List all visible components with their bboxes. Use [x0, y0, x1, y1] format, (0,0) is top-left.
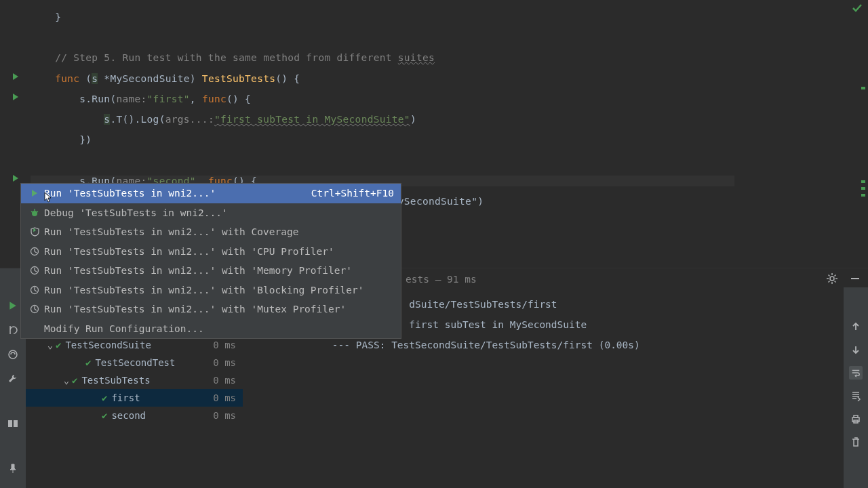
run-gutter-icon[interactable] [0, 66, 31, 87]
test-name: second [111, 410, 146, 421]
chevron-down-icon[interactable]: ⌄ [45, 340, 56, 350]
stop-icon[interactable] [6, 348, 20, 361]
menu-item-label: Run 'TestSubTests in wni2...' [44, 188, 311, 199]
test-name: TestSubTests [81, 375, 150, 386]
svg-line-2 [31, 211, 33, 212]
trash-icon[interactable] [849, 435, 863, 449]
chevron-down-icon[interactable]: ⌄ [61, 375, 72, 386]
print-icon[interactable] [849, 412, 863, 426]
test-summary: ests – 91 ms [406, 274, 477, 285]
svg-rect-22 [854, 415, 858, 418]
minimize-icon[interactable] [850, 274, 860, 285]
wrench-icon[interactable] [6, 372, 20, 386]
profiler-icon [28, 285, 41, 295]
down-icon[interactable] [849, 343, 863, 357]
menu-item-label: Run 'TestSubTests in wni2...' with Cover… [44, 226, 394, 237]
svg-line-15 [35, 309, 37, 310]
settings-icon[interactable] [826, 272, 838, 287]
svg-rect-18 [14, 420, 18, 427]
menu-item-label: Run 'TestSubTests in wni2...' with 'CPU … [44, 246, 394, 257]
profiler-icon [28, 304, 41, 314]
svg-point-16 [9, 350, 17, 359]
test-node[interactable]: ✔ TestSecondTest 0 ms [26, 354, 243, 371]
scroll-icon[interactable] [849, 389, 863, 403]
test-time: 0 ms [213, 410, 243, 421]
toggle-icon[interactable] [6, 323, 20, 337]
pass-icon: ✔ [85, 357, 91, 368]
test-node[interactable]: ⌄ ✔ TestSubTests 0 ms [26, 371, 243, 389]
svg-point-0 [32, 211, 37, 216]
profiler-icon [28, 266, 41, 275]
pass-icon: ✔ [56, 340, 61, 350]
svg-line-6 [35, 251, 37, 253]
test-time: 0 ms [213, 375, 243, 386]
run-context-menu: Run 'TestSubTests in wni2...' Ctrl+Shift… [20, 183, 401, 339]
coverage-icon [28, 227, 41, 237]
pass-icon: ✔ [102, 392, 107, 403]
menu-coverage[interactable]: Run 'TestSubTests in wni2...' with Cover… [21, 222, 401, 242]
test-name: first [111, 392, 140, 403]
menu-item-label: Run 'TestSubTests in wni2...' with 'Memo… [44, 265, 394, 276]
run-gutter-icon[interactable] [0, 87, 31, 107]
rerun-icon[interactable] [6, 299, 20, 312]
mouse-cursor [44, 192, 52, 203]
console-toolbar [844, 287, 868, 488]
svg-rect-17 [8, 420, 12, 427]
svg-line-12 [35, 290, 37, 291]
profiler-icon [28, 247, 41, 256]
up-icon[interactable] [849, 320, 863, 333]
test-time: 0 ms [213, 340, 243, 350]
pass-icon: ✔ [72, 375, 77, 386]
menu-cpu-profiler[interactable]: Run 'TestSubTests in wni2...' with 'CPU … [21, 242, 401, 262]
menu-item-label: Run 'TestSubTests in wni2...' with 'Bloc… [44, 285, 394, 296]
test-time: 0 ms [213, 392, 243, 403]
debug-icon [28, 208, 41, 218]
menu-item-label: Modify Run Configuration... [44, 323, 394, 334]
menu-blocking-profiler[interactable]: Run 'TestSubTests in wni2...' with 'Bloc… [21, 281, 401, 300]
test-name: TestSecondTest [95, 357, 175, 368]
menu-shortcut: Ctrl+Shift+F10 [311, 188, 394, 199]
soft-wrap-icon[interactable] [849, 366, 863, 380]
svg-line-3 [37, 211, 38, 212]
test-name: TestSecondSuite [65, 340, 151, 350]
test-time: 0 ms [213, 357, 243, 368]
menu-modify-config[interactable]: Modify Run Configuration... [21, 319, 401, 339]
menu-mutex-profiler[interactable]: Run 'TestSubTests in wni2...' with 'Mute… [21, 300, 401, 319]
menu-run[interactable]: Run 'TestSubTests in wni2...' Ctrl+Shift… [21, 184, 401, 203]
pass-icon: ✔ [102, 410, 107, 421]
layout-icon[interactable] [6, 417, 20, 430]
menu-memory-profiler[interactable]: Run 'TestSubTests in wni2...' with 'Memo… [21, 261, 401, 281]
pin-icon[interactable] [6, 462, 20, 475]
test-node[interactable]: ✔ first 0 ms [26, 389, 243, 407]
menu-item-label: Debug 'TestSubTests in wni2...' [44, 207, 394, 218]
menu-item-label: Run 'TestSubTests in wni2...' with 'Mute… [44, 304, 394, 314]
svg-point-19 [830, 277, 834, 281]
menu-debug[interactable]: Debug 'TestSubTests in wni2...' [21, 203, 401, 223]
svg-line-9 [35, 270, 37, 272]
run-icon [28, 189, 41, 197]
test-tree[interactable]: ⌄ ✔ TestSecondSuite 0 ms ✔ TestSecondTes… [26, 336, 243, 424]
test-node[interactable]: ✔ second 0 ms [26, 407, 243, 424]
